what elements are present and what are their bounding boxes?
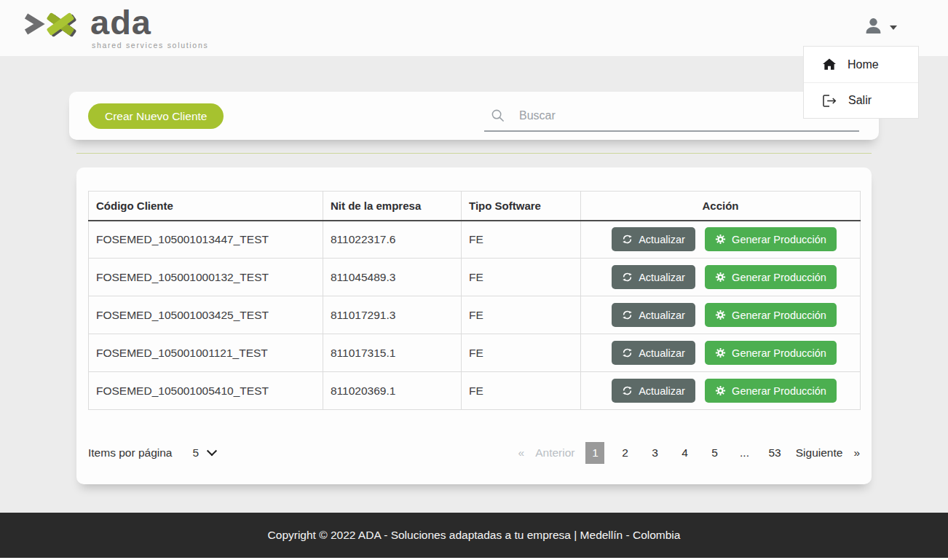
menu-item-label: Salir <box>848 94 872 107</box>
col-header-tipo-software: Tipo Software <box>462 192 581 221</box>
table-row: FOSEMED_105001003425_TEST 811017291.3 FE… <box>89 296 861 334</box>
table-header-row: Código Cliente Nit de la empresa Tipo So… <box>89 192 861 221</box>
toolbar-card: Crear Nuevo Cliente <box>69 92 879 140</box>
home-icon <box>823 58 836 71</box>
caret-down-icon <box>890 25 897 30</box>
page-5[interactable]: 5 <box>705 442 724 464</box>
actualizar-button[interactable]: Actualizar <box>612 265 695 289</box>
pagination-next[interactable]: Siguiente <box>796 446 843 460</box>
items-per-page-label: Items por página <box>88 446 172 460</box>
generar-produccion-button[interactable]: Generar Producción <box>705 303 837 327</box>
table-card: Código Cliente Nit de la empresa Tipo So… <box>76 167 872 484</box>
cell-codigo-cliente: FOSEMED_105001013447_TEST <box>89 221 323 259</box>
pagination-prev-symbol: « <box>518 446 525 460</box>
col-header-accion: Acción <box>581 192 861 221</box>
table-body: FOSEMED_105001013447_TEST 811022317.6 FE… <box>89 221 861 410</box>
cell-actions: Actualizar Generar Producción <box>581 259 861 296</box>
page-53[interactable]: 53 <box>765 442 784 464</box>
cell-tipo-software: FE <box>462 221 581 259</box>
page-3[interactable]: 3 <box>645 442 664 464</box>
page-2[interactable]: 2 <box>615 442 634 464</box>
menu-item-salir[interactable]: Salir <box>804 82 918 118</box>
col-header-nit: Nit de la empresa <box>323 192 462 221</box>
col-header-codigo-cliente: Código Cliente <box>89 192 323 221</box>
items-per-page-select[interactable]: 5 <box>192 446 216 460</box>
table-row: FOSEMED_105001001121_TEST 811017315.1 FE… <box>89 334 861 372</box>
gear-icon <box>715 385 726 396</box>
cell-nit: 811017291.3 <box>323 296 462 334</box>
generar-produccion-button[interactable]: Generar Producción <box>705 265 837 289</box>
user-menu-toggle[interactable] <box>864 16 897 36</box>
menu-item-label: Home <box>848 58 879 71</box>
table-row: FOSEMED_105001013447_TEST 811022317.6 FE… <box>89 221 861 259</box>
menu-item-home[interactable]: Home <box>804 47 918 82</box>
cell-actions: Actualizar Generar Producción <box>581 372 861 410</box>
logout-icon <box>823 95 837 107</box>
pagination-row: Items por página 5 « Anterior 12345...53… <box>88 440 860 466</box>
gear-icon <box>715 347 726 358</box>
crear-nuevo-cliente-button[interactable]: Crear Nuevo Cliente <box>88 103 224 129</box>
sync-icon <box>622 272 633 283</box>
cell-codigo-cliente: FOSEMED_105001003425_TEST <box>89 296 323 334</box>
cell-actions: Actualizar Generar Producción <box>581 334 861 372</box>
cell-codigo-cliente: FOSEMED_105001000132_TEST <box>89 259 323 296</box>
section-divider <box>76 153 872 154</box>
sync-icon <box>622 309 633 320</box>
main-content: Crear Nuevo Cliente Código Cliente Nit d… <box>0 56 948 513</box>
items-per-page: Items por página 5 <box>88 446 216 460</box>
ada-logo[interactable]: ada shared services solutions <box>20 4 208 50</box>
cell-nit: 811017315.1 <box>323 334 462 372</box>
cell-nit: 811022317.6 <box>323 221 462 259</box>
gear-icon <box>715 309 726 320</box>
generar-produccion-button[interactable]: Generar Producción <box>705 227 837 251</box>
cell-codigo-cliente: FOSEMED_105001005410_TEST <box>89 372 323 410</box>
sync-icon <box>622 385 633 396</box>
pagination: « Anterior 12345...53 Siguiente » <box>518 442 860 464</box>
actualizar-button[interactable]: Actualizar <box>612 341 695 365</box>
cell-nit: 811020369.1 <box>323 372 462 410</box>
page-4[interactable]: 4 <box>675 442 694 464</box>
search-icon <box>491 109 505 122</box>
page: ada shared services solutions Home <box>0 0 948 560</box>
clients-table: Código Cliente Nit de la empresa Tipo So… <box>88 191 861 410</box>
user-dropdown-menu: Home Salir <box>803 46 919 119</box>
generar-produccion-button[interactable]: Generar Producción <box>705 341 837 365</box>
table-row: FOSEMED_105001005410_TEST 811020369.1 FE… <box>89 372 861 410</box>
page-list: 12345...53 <box>585 442 784 464</box>
sync-icon <box>622 347 633 358</box>
actualizar-button[interactable]: Actualizar <box>612 227 695 251</box>
page-1[interactable]: 1 <box>585 442 604 464</box>
sync-icon <box>622 234 633 245</box>
pagination-prev: Anterior <box>535 446 574 460</box>
actualizar-button[interactable]: Actualizar <box>612 303 695 327</box>
generar-produccion-button[interactable]: Generar Producción <box>705 379 837 403</box>
cell-tipo-software: FE <box>462 259 581 296</box>
items-per-page-value: 5 <box>192 446 199 460</box>
copyright-text: Copyright © 2022 ADA - Soluciones adapta… <box>268 529 681 542</box>
table-row: FOSEMED_105001000132_TEST 811045489.3 FE… <box>89 259 861 296</box>
cell-actions: Actualizar Generar Producción <box>581 296 861 334</box>
pagination-next-symbol[interactable]: » <box>853 446 860 460</box>
page-ellipsis: ... <box>735 442 754 464</box>
gear-icon <box>715 234 726 245</box>
cell-tipo-software: FE <box>462 372 581 410</box>
cell-tipo-software: FE <box>462 296 581 334</box>
cell-codigo-cliente: FOSEMED_105001001121_TEST <box>89 334 323 372</box>
chevron-down-icon <box>207 446 217 456</box>
cell-actions: Actualizar Generar Producción <box>581 221 861 259</box>
gear-icon <box>715 272 726 283</box>
cell-nit: 811045489.3 <box>323 259 462 296</box>
logo-text: ada <box>90 6 208 39</box>
actualizar-button[interactable]: Actualizar <box>612 379 695 403</box>
cell-tipo-software: FE <box>462 334 581 372</box>
footer: Copyright © 2022 ADA - Soluciones adapta… <box>0 513 948 558</box>
ada-logo-icon <box>20 4 87 48</box>
user-icon <box>864 16 883 36</box>
logo-subtext: shared services solutions <box>92 41 208 50</box>
